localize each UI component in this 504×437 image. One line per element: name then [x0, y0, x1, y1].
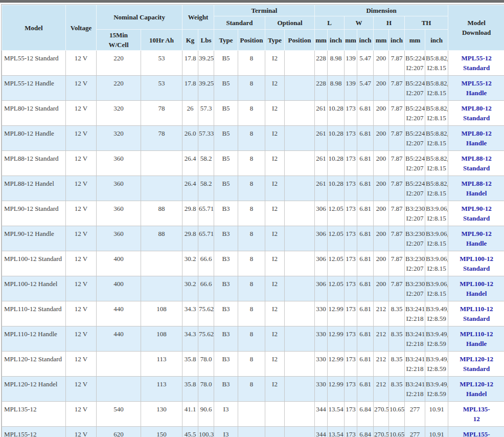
cell-model-download: MPL90-12 Handle — [448, 226, 504, 251]
cell-std-terminal-position — [238, 427, 265, 437]
cell-voltage: 12 V — [66, 326, 97, 352]
cell-voltage: 12 V — [66, 201, 97, 226]
cell-weight-kg: 29.8 — [182, 201, 198, 226]
cell-length-inch: 12.99 — [328, 352, 345, 377]
table-row: MPL120-12 Handel12 V11335.878.0B38I23301… — [2, 377, 504, 402]
cell-capacity-15min: 400 — [97, 251, 141, 276]
header-opt-type: Type — [265, 30, 285, 51]
cell-std-terminal-position: 8 — [238, 377, 265, 402]
cell-std-terminal-type: I3 — [214, 402, 238, 427]
cell-std-terminal-type: B3 — [214, 326, 238, 352]
cell-model-download: MPL100-12 Standard — [448, 251, 504, 276]
cell-length-inch: 12.99 — [328, 301, 345, 326]
cell-total-height-mm: B5:224, I2:207 — [405, 51, 425, 76]
cell-model-download: MPL155- 12 — [448, 427, 504, 437]
cell-opt-terminal-type: I2 — [265, 276, 285, 301]
model-download-link[interactable]: MPL88-12 Handel — [462, 180, 492, 197]
cell-voltage: 12 V — [66, 377, 97, 402]
cell-model: MPL135-12 — [2, 402, 66, 427]
cell-capacity-10hr: 108 — [141, 301, 182, 326]
cell-opt-terminal-type: I2 — [265, 126, 285, 151]
cell-model: MPL90-12 Handle — [2, 226, 66, 251]
cell-height-inch: 7.87 — [389, 151, 405, 176]
cell-model: MPL88-12 Standard — [2, 151, 66, 176]
cell-length-inch: 8.98 — [328, 76, 345, 101]
model-download-link[interactable]: MPL80-12 Handle — [462, 129, 492, 147]
cell-model-download: MPL80-12 Handle — [448, 126, 504, 151]
cell-std-terminal-type: I3 — [214, 427, 238, 437]
model-download-link[interactable]: MPL120-12 Standard — [460, 355, 493, 373]
cell-capacity-15min: 620 — [97, 427, 141, 437]
cell-weight-lbs: 57.3 — [198, 101, 214, 126]
cell-total-height-inch: B3:9.49, I2:8.59 — [425, 377, 448, 402]
model-download-link[interactable]: MPL100-12 Handel — [460, 280, 493, 297]
model-download-link[interactable]: MPL88-12 Standard — [462, 155, 492, 172]
header-cap-10hr: 10Hr Ah — [141, 30, 182, 51]
cell-std-terminal-position: 8 — [238, 276, 265, 301]
cell-height-inch: 7.87 — [389, 226, 405, 251]
cell-height-mm: 200 — [374, 176, 389, 201]
model-download-link[interactable]: MPL120-12 Handel — [460, 380, 493, 398]
model-download-link[interactable]: MPL155- 12 — [463, 430, 490, 437]
cell-opt-terminal-type: I2 — [265, 251, 285, 276]
cell-weight-kg: 26 — [182, 101, 198, 126]
cell-opt-terminal-position — [285, 276, 315, 301]
cell-weight-kg: 45.5 — [182, 427, 198, 437]
cell-model-download: MPL120-12 Standard — [448, 352, 504, 377]
cell-total-height-mm: B5:224, I2:207 — [405, 101, 425, 126]
cell-height-mm: 200 — [374, 201, 389, 226]
model-download-link[interactable]: MPL110-12 Standard — [460, 305, 493, 322]
cell-opt-terminal-type: I2 — [265, 377, 285, 402]
cell-weight-lbs: 78.0 — [198, 377, 214, 402]
cell-length-mm: 330 — [315, 377, 328, 402]
cell-capacity-10hr: 130 — [141, 402, 182, 427]
cell-width-mm: 173 — [345, 352, 357, 377]
cell-height-mm: 200 — [374, 226, 389, 251]
cell-height-mm: 200 — [374, 101, 389, 126]
cell-total-height-inch: B3:9.06, I2:8.15 — [425, 201, 448, 226]
table-row: MPL100-12 Standard12 V40030.266.6B38I230… — [2, 251, 504, 276]
cell-width-inch: 6.81 — [357, 377, 374, 402]
cell-voltage: 12 V — [66, 226, 97, 251]
model-download-link[interactable]: MPL55-12 Handle — [462, 79, 492, 97]
cell-total-height-mm: B5:224, I2:207 — [405, 176, 425, 201]
cell-width-mm: 173 — [345, 226, 357, 251]
cell-std-terminal-type: B3 — [214, 226, 238, 251]
header-nominal-capacity: Nominal Capacity — [97, 5, 182, 30]
cell-total-height-mm: B3:230, I2:207 — [405, 251, 425, 276]
cell-height-mm: 212 — [374, 326, 389, 352]
header-dim-th: TH — [405, 16, 448, 30]
cell-model: MPL100-12 Standard — [2, 251, 66, 276]
cell-voltage: 12 V — [66, 51, 97, 76]
model-download-link[interactable]: MPL80-12 Standard — [462, 104, 492, 122]
cell-width-inch: 6.81 — [357, 251, 374, 276]
model-download-link[interactable]: MPL90-12 Handle — [462, 230, 492, 247]
model-download-link[interactable]: MPL100-12 Standard — [460, 255, 493, 272]
model-download-link[interactable]: MPL135- 12 — [463, 405, 490, 423]
cell-weight-lbs: 39.25 — [198, 76, 214, 101]
table-row: MPL120-12 Standard12 V11335.878.0B38I233… — [2, 352, 504, 377]
cell-voltage: 12 V — [66, 76, 97, 101]
cell-capacity-10hr: 78 — [141, 126, 182, 151]
cell-capacity-10hr: 108 — [141, 326, 182, 352]
cell-model-download: MPL120-12 Handel — [448, 377, 504, 402]
table-row: MPL90-12 Standard12 V3608829.865.71B38I2… — [2, 201, 504, 226]
model-download-link[interactable]: MPL90-12 Standard — [462, 205, 492, 222]
cell-opt-terminal-type: I2 — [265, 51, 285, 76]
cell-capacity-15min: 360 — [97, 201, 141, 226]
header-std-type: Type — [214, 30, 238, 51]
model-download-link[interactable]: MPL55-12 Standard — [462, 54, 492, 72]
table-row: MPL110-12 Standard12 V44010834.375.62B38… — [2, 301, 504, 326]
cell-opt-terminal-position — [285, 151, 315, 176]
model-download-link[interactable]: MPL110-12 Handle — [460, 330, 493, 347]
cell-length-inch: 12.05 — [328, 251, 345, 276]
cell-total-height-mm: B3:241, I2:218 — [405, 352, 425, 377]
battery-spec-table: Model Voltage Nominal Capacity Weight Te… — [2, 5, 504, 437]
cell-total-height-mm: B3:241, I2:218 — [405, 301, 425, 326]
cell-std-terminal-type: B5 — [214, 76, 238, 101]
cell-width-mm: 173 — [345, 276, 357, 301]
cell-std-terminal-type: B5 — [214, 101, 238, 126]
cell-model-download: MPL110-12 Standard — [448, 301, 504, 326]
header-kg: Kg — [182, 30, 198, 51]
cell-height-mm: 200 — [374, 251, 389, 276]
